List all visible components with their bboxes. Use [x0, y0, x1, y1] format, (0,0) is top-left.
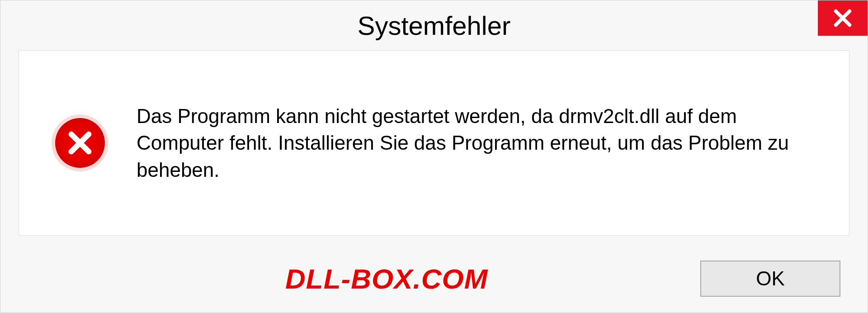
content-panel: Das Programm kann nicht gestartet werden…	[19, 50, 849, 236]
close-button[interactable]	[818, 0, 868, 36]
ok-button[interactable]: OK	[700, 261, 840, 297]
titlebar: Systemfehler	[0, 0, 868, 50]
error-dialog: Systemfehler Das Programm kann nicht ges…	[0, 0, 868, 313]
dialog-title: Systemfehler	[358, 10, 510, 41]
watermark-text: DLL-BOX.COM	[285, 263, 488, 295]
error-message: Das Programm kann nicht gestartet werden…	[137, 103, 822, 183]
error-icon	[55, 118, 105, 168]
dialog-footer: DLL-BOX.COM OK	[0, 245, 868, 313]
close-icon	[832, 8, 853, 28]
